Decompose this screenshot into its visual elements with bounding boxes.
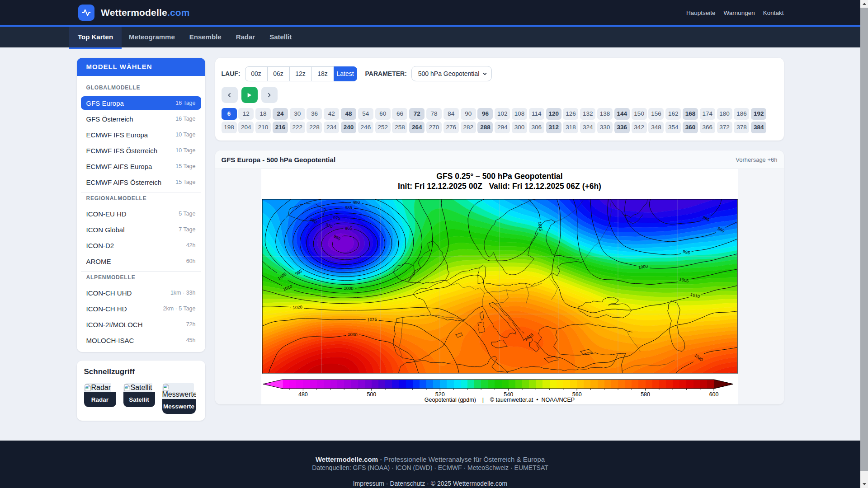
svg-text:Init: Fri 12.12.2025 00Z Val: Init: Fri 12.12.2025 00Z Valid: Fri 12.1… — [398, 182, 601, 191]
svg-text:580: 580 — [641, 391, 650, 398]
svg-text:1025: 1025 — [367, 317, 377, 322]
svg-text:975: 975 — [333, 215, 340, 221]
svg-text:1030: 1030 — [347, 332, 357, 337]
svg-text:965: 965 — [344, 225, 352, 231]
svg-text:1000: 1000 — [344, 286, 353, 291]
svg-text:990: 990 — [353, 200, 360, 205]
svg-text:600: 600 — [709, 391, 718, 398]
svg-text:Geopotential (gpdm) | ©: Geopotential (gpdm) | © tauernwetter.at … — [424, 397, 574, 403]
svg-text:GFS 0.25° – 500 hPa Geopotenti: GFS 0.25° – 500 hPa Geopotential — [436, 172, 562, 181]
svg-text:985: 985 — [345, 205, 352, 210]
svg-text:1020: 1020 — [292, 305, 302, 310]
svg-text:500: 500 — [367, 391, 376, 398]
svg-text:480: 480 — [298, 391, 307, 398]
